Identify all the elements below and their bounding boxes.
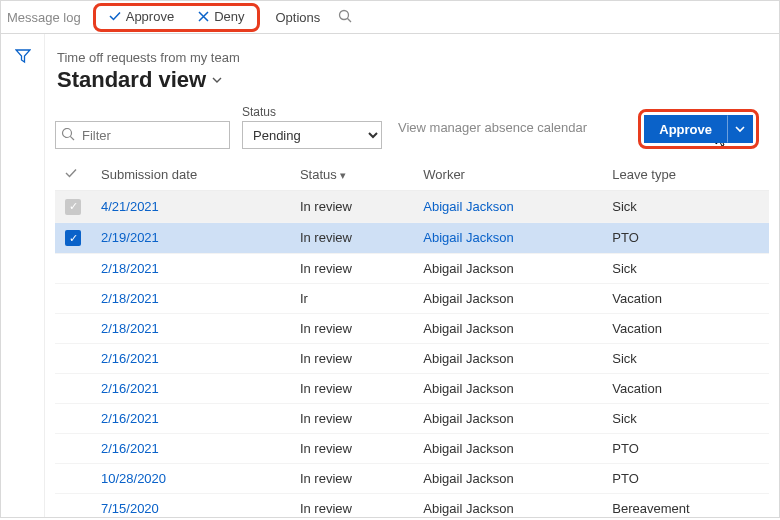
row-checkbox[interactable] [55,434,91,464]
row-checkbox[interactable]: ✓ [55,222,91,254]
cell-worker[interactable]: Abigail Jackson [413,314,602,344]
top-toolbar: Message log Approve Deny Options [0,0,780,34]
cell-status: In review [290,434,413,464]
requests-table: Submission date Status ▾ Worker Leave ty… [55,159,769,517]
approve-split-button[interactable] [727,115,753,143]
cell-worker[interactable]: Abigail Jackson [413,374,602,404]
row-checkbox[interactable]: ✓ [55,191,91,223]
cell-worker[interactable]: Abigail Jackson [413,464,602,494]
cell-worker[interactable]: Abigail Jackson [413,284,602,314]
table-row[interactable]: 7/15/2020In reviewAbigail JacksonBereave… [55,494,769,518]
view-title[interactable]: Standard view [57,67,769,93]
cell-submission-date[interactable]: 2/18/2021 [91,284,290,314]
check-icon: ✓ [65,230,81,246]
cell-leave-type: Sick [602,344,769,374]
table-row[interactable]: 2/16/2021In reviewAbigail JacksonPTO [55,434,769,464]
deny-action[interactable]: Deny [192,7,248,26]
approve-button[interactable]: Approve [644,115,727,143]
cell-worker[interactable]: Abigail Jackson [413,344,602,374]
cell-worker[interactable]: Abigail Jackson [413,191,602,223]
manager-calendar-link[interactable]: View manager absence calendar [398,120,587,135]
cell-worker[interactable]: Abigail Jackson [413,494,602,518]
cell-status: In review [290,314,413,344]
cell-status: In review [290,404,413,434]
row-checkbox[interactable] [55,254,91,284]
check-icon [108,9,122,23]
row-checkbox[interactable] [55,344,91,374]
funnel-icon: ▾ [340,169,346,181]
message-log-label[interactable]: Message log [7,10,81,25]
table-row[interactable]: 2/18/2021In reviewAbigail JacksonVacatio… [55,314,769,344]
cell-worker[interactable]: Abigail Jackson [413,222,602,254]
approve-action[interactable]: Approve [104,7,178,26]
cell-submission-date[interactable]: 2/16/2021 [91,404,290,434]
cell-leave-type: Vacation [602,374,769,404]
cell-submission-date[interactable]: 2/18/2021 [91,254,290,284]
cell-submission-date[interactable]: 7/15/2020 [91,494,290,518]
cell-status: Ir [290,284,413,314]
filter-input[interactable] [55,121,230,149]
filters-row: Status Pending View manager absence cale… [55,105,769,149]
row-checkbox[interactable] [55,374,91,404]
options-label: Options [276,10,321,25]
x-icon [196,9,210,23]
cell-status: In review [290,344,413,374]
col-leave[interactable]: Leave type [602,159,769,191]
cell-status: In review [290,374,413,404]
row-checkbox[interactable] [55,494,91,518]
cell-worker[interactable]: Abigail Jackson [413,404,602,434]
table-row[interactable]: 2/16/2021In reviewAbigail JacksonVacatio… [55,374,769,404]
row-checkbox[interactable] [55,314,91,344]
approve-button-cluster: Approve [638,109,759,149]
cell-submission-date[interactable]: 2/16/2021 [91,434,290,464]
table-row[interactable]: 2/16/2021In reviewAbigail JacksonSick [55,344,769,374]
cell-submission-date[interactable]: 4/21/2021 [91,191,290,223]
col-status[interactable]: Status ▾ [290,159,413,191]
search-button[interactable] [338,9,352,26]
cell-leave-type: Sick [602,404,769,434]
row-checkbox[interactable] [55,464,91,494]
cell-submission-date[interactable]: 2/16/2021 [91,374,290,404]
table-row[interactable]: 2/18/2021IrAbigail JacksonVacation [55,284,769,314]
filter-input-wrap [55,121,230,149]
cell-status: In review [290,254,413,284]
cell-submission-date[interactable]: 10/28/2020 [91,464,290,494]
cell-leave-type: Vacation [602,284,769,314]
cell-leave-type: PTO [602,464,769,494]
status-filter-group: Status Pending [242,105,382,149]
cell-worker[interactable]: Abigail Jackson [413,434,602,464]
col-submission[interactable]: Submission date [91,159,290,191]
body: Time off requests from my team Standard … [0,34,780,518]
cell-status: In review [290,464,413,494]
cell-leave-type: Sick [602,254,769,284]
filter-icon[interactable] [15,48,31,517]
main-area: Time off requests from my team Standard … [45,34,779,517]
status-select[interactable]: Pending [242,121,382,149]
cell-leave-type: Vacation [602,314,769,344]
left-rail [1,34,45,517]
row-checkbox[interactable] [55,284,91,314]
approve-action-label: Approve [126,9,174,24]
table-row[interactable]: ✓4/21/2021In reviewAbigail JacksonSick [55,191,769,223]
cell-submission-date[interactable]: 2/18/2021 [91,314,290,344]
cell-submission-date[interactable]: 2/19/2021 [91,222,290,254]
approve-highlight: Approve [638,109,759,149]
table-row[interactable]: 10/28/2020In reviewAbigail JacksonPTO [55,464,769,494]
table-header-row: Submission date Status ▾ Worker Leave ty… [55,159,769,191]
cell-leave-type: Sick [602,191,769,223]
col-worker[interactable]: Worker [413,159,602,191]
cell-worker[interactable]: Abigail Jackson [413,254,602,284]
svg-line-1 [348,18,352,22]
page-subheading: Time off requests from my team [57,50,769,65]
table-row[interactable]: 2/18/2021In reviewAbigail JacksonSick [55,254,769,284]
cell-status: In review [290,494,413,518]
select-all-header[interactable] [55,159,91,191]
row-checkbox[interactable] [55,404,91,434]
options-action[interactable]: Options [272,8,325,27]
deny-action-label: Deny [214,9,244,24]
search-icon [61,127,75,144]
check-icon: ✓ [65,199,81,215]
cell-submission-date[interactable]: 2/16/2021 [91,344,290,374]
table-row[interactable]: ✓2/19/2021In reviewAbigail JacksonPTO [55,222,769,254]
table-row[interactable]: 2/16/2021In reviewAbigail JacksonSick [55,404,769,434]
